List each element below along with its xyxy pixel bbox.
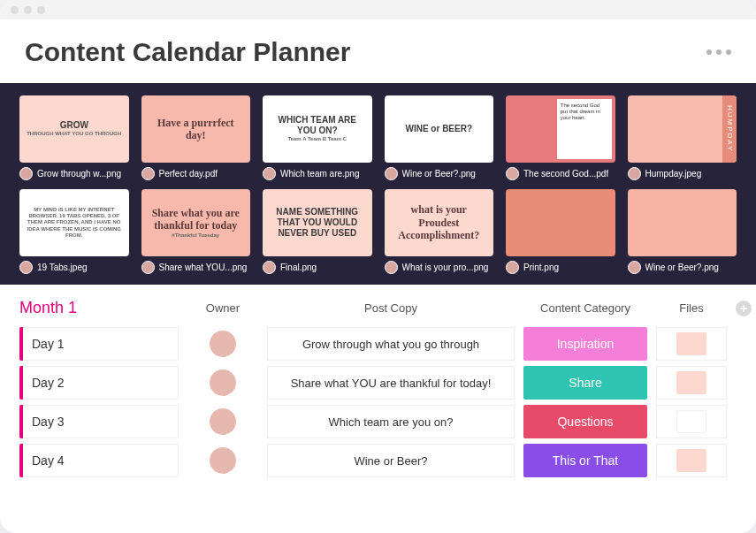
file-name: Wine or Beer?.png	[402, 169, 476, 179]
table-row[interactable]: Day 1Grow through what you go throughIns…	[19, 324, 737, 363]
gallery-thumbnail[interactable]: GROWTHROUGH WHAT YOU GO THROUGH	[19, 95, 129, 163]
post-copy-cell[interactable]: Share what YOU are thankful for today!	[267, 366, 515, 400]
gallery-caption: The second God...pdf	[506, 167, 615, 180]
day-cell[interactable]: Day 3	[19, 405, 179, 438]
ellipsis-icon	[716, 49, 722, 55]
files-cell[interactable]	[656, 405, 727, 438]
table-row[interactable]: Day 4Wine or Beer?This or That	[19, 441, 737, 480]
window-dot	[37, 6, 45, 14]
file-name: What is your pro...png	[402, 263, 489, 272]
gallery-thumbnail[interactable]: WINE or BEER?	[385, 95, 494, 163]
gallery-thumbnail[interactable]: NAME SOMETHING THAT YOU WOULD NEVER BUY …	[263, 189, 372, 256]
owner-cell[interactable]	[187, 331, 258, 357]
table-row[interactable]: Day 2Share what YOU are thankful for tod…	[19, 363, 737, 402]
gallery-caption: Print.png	[506, 261, 615, 274]
page-header: Content Calendar Planner	[0, 19, 756, 83]
gallery-card[interactable]: Print.png	[506, 189, 615, 274]
files-cell[interactable]	[656, 366, 727, 400]
gallery-card[interactable]: Have a purrrfect day!Perfect day.pdf	[141, 95, 251, 180]
gallery-card[interactable]: what is your Proudest Accomplishment?Wha…	[385, 189, 494, 274]
gallery-card[interactable]: NAME SOMETHING THAT YOU WOULD NEVER BUY …	[263, 189, 372, 274]
gallery-card[interactable]: MY MIND IS LIKE MY INTERNET BROWSER. 19 …	[19, 189, 129, 274]
files-cell[interactable]	[656, 327, 727, 361]
more-menu-button[interactable]	[706, 49, 731, 55]
gallery-card[interactable]: WINE or BEER?Wine or Beer?.png	[385, 95, 494, 180]
day-cell[interactable]: Day 1	[19, 327, 179, 361]
gallery-thumbnail[interactable]: Have a purrrfect day!	[141, 95, 251, 163]
files-cell[interactable]	[656, 444, 727, 477]
file-name: The second God...pdf	[523, 169, 608, 179]
gallery-caption: Wine or Beer?.png	[628, 261, 737, 274]
gallery-thumbnail[interactable]: WHICH TEAM ARE YOU ON?Team A Team B Team…	[263, 95, 372, 163]
gallery-thumbnail[interactable]: what is your Proudest Accomplishment?	[385, 189, 494, 256]
gallery-caption: Final.png	[263, 261, 372, 274]
file-thumbnail	[676, 410, 706, 433]
gallery-card[interactable]: HUMPDAYHumpday.jpeg	[628, 95, 737, 180]
file-name: Final.png	[280, 263, 317, 272]
avatar	[628, 167, 641, 180]
gallery-caption: What is your pro...png	[385, 261, 494, 274]
table-section: Month 1 Owner Post Copy Content Category…	[0, 285, 756, 480]
category-cell[interactable]: Share	[523, 366, 647, 400]
gallery-card[interactable]: Share what you are thankful for today#Th…	[141, 189, 251, 274]
owner-cell[interactable]	[187, 408, 258, 435]
add-column-button[interactable]: +	[736, 301, 752, 316]
avatar	[628, 261, 641, 274]
window-titlebar	[0, 0, 756, 19]
ellipsis-icon	[726, 49, 731, 55]
owner-cell[interactable]	[187, 447, 258, 474]
gallery-caption: Which team are.png	[263, 167, 372, 180]
avatar	[506, 167, 519, 180]
avatar	[385, 261, 398, 274]
page-title: Content Calendar Planner	[25, 37, 350, 67]
day-cell[interactable]: Day 4	[19, 444, 179, 477]
owner-cell[interactable]	[187, 369, 258, 396]
day-label: Day 3	[23, 415, 65, 429]
gallery-thumbnail[interactable]: Share what you are thankful for today#Th…	[141, 189, 251, 256]
day-label: Day 1	[23, 337, 65, 351]
gallery-caption: Humpday.jpeg	[628, 167, 737, 180]
gallery-card[interactable]: GROWTHROUGH WHAT YOU GO THROUGHGrow thro…	[19, 95, 129, 180]
post-copy-cell[interactable]: Wine or Beer?	[267, 444, 515, 477]
category-cell[interactable]: This or That	[523, 444, 647, 477]
gallery-thumbnail[interactable]	[506, 189, 615, 256]
ellipsis-icon	[706, 49, 712, 55]
file-name: Perfect day.pdf	[159, 169, 218, 179]
gallery-card[interactable]: The second God put that dream in your he…	[506, 95, 615, 180]
post-copy-cell[interactable]: Grow through what you go through	[267, 327, 515, 361]
avatar	[385, 167, 398, 180]
avatar	[210, 447, 236, 474]
gallery-card[interactable]: Wine or Beer?.png	[628, 189, 737, 274]
avatar	[141, 167, 155, 180]
gallery-thumbnail[interactable]: The second God put that dream in your he…	[506, 95, 615, 163]
day-label: Day 4	[23, 453, 65, 468]
file-thumbnail	[676, 332, 706, 355]
category-cell[interactable]: Questions	[523, 405, 647, 438]
avatar	[263, 261, 276, 274]
file-name: Grow through w...png	[37, 169, 121, 179]
day-cell[interactable]: Day 2	[19, 366, 179, 400]
avatar	[263, 167, 276, 180]
post-copy-cell[interactable]: Which team are you on?	[267, 405, 515, 438]
table-row[interactable]: Day 3Which team are you on?Questions	[19, 402, 737, 441]
avatar	[19, 167, 33, 180]
gallery-thumbnail[interactable]: HUMPDAY	[628, 95, 737, 163]
gallery-thumbnail[interactable]	[628, 189, 737, 256]
column-header-files[interactable]: Files	[656, 301, 727, 315]
file-thumbnail	[676, 449, 706, 472]
gallery-caption: Grow through w...png	[19, 167, 129, 180]
category-cell[interactable]: Inspiration	[523, 327, 647, 361]
column-header-copy[interactable]: Post Copy	[267, 301, 515, 315]
avatar	[19, 261, 33, 274]
column-header-category[interactable]: Content Category	[523, 301, 647, 315]
file-name: 19 Tabs.jpeg	[37, 263, 88, 272]
gallery-panel: GROWTHROUGH WHAT YOU GO THROUGHGrow thro…	[0, 83, 756, 285]
file-thumbnail	[676, 371, 706, 394]
gallery-card[interactable]: WHICH TEAM ARE YOU ON?Team A Team B Team…	[263, 95, 372, 180]
file-name: Print.png	[523, 263, 559, 272]
group-title[interactable]: Month 1	[19, 299, 179, 317]
avatar	[141, 261, 155, 274]
gallery-thumbnail[interactable]: MY MIND IS LIKE MY INTERNET BROWSER. 19 …	[19, 189, 129, 256]
app-window: Content Calendar Planner GROWTHROUGH WHA…	[0, 0, 756, 533]
column-header-owner[interactable]: Owner	[187, 301, 258, 315]
